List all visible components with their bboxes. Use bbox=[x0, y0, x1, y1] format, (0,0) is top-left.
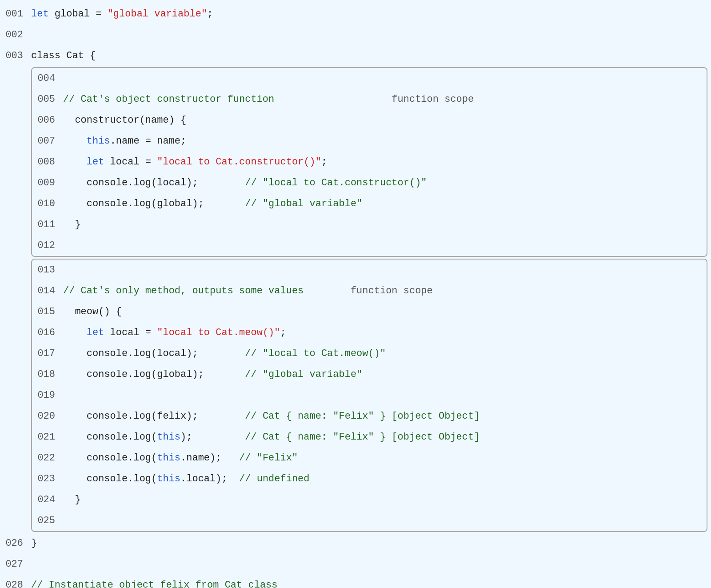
code-line-001: 001 let global = "global variable"; bbox=[0, 4, 711, 24]
plain: local = bbox=[104, 156, 157, 168]
plain: local = bbox=[104, 327, 157, 338]
line-content-024: } bbox=[63, 489, 707, 510]
line-num-006: 006 bbox=[32, 110, 63, 131]
plain: console.log( bbox=[63, 452, 157, 464]
kw-this: this bbox=[157, 473, 180, 484]
plain: .name = name; bbox=[110, 136, 187, 147]
box2-line-018: 018 console.log(global); // "global vari… bbox=[32, 364, 707, 385]
line-num-005: 005 bbox=[32, 89, 63, 110]
box2-line-025: 025 bbox=[32, 510, 707, 531]
code-line-028: 028 // Instantiate object felix from Cat… bbox=[0, 575, 711, 588]
str: "local to Cat.constructor()" bbox=[157, 156, 321, 168]
comment: // Cat { name: "Felix" } [object Object] bbox=[245, 411, 479, 422]
box1-line-004: 004 bbox=[32, 68, 707, 89]
plain: console.log(global); bbox=[63, 369, 245, 380]
line-num-010: 010 bbox=[32, 193, 63, 214]
scope-box-1-numcol bbox=[0, 66, 31, 258]
line-num-028: 028 bbox=[0, 575, 31, 588]
box1-line-007: 007 this.name = name; bbox=[32, 131, 707, 152]
line-content-010: console.log(global); // "global variable… bbox=[63, 193, 707, 214]
plain bbox=[63, 156, 87, 168]
line-content-025 bbox=[63, 510, 707, 531]
comment: // undefined bbox=[239, 473, 309, 484]
box1-line-009: 009 console.log(local); // "local to Cat… bbox=[32, 172, 707, 193]
box2-line-014: 014 // Cat's only method, outputs some v… bbox=[32, 280, 707, 301]
line-content-026: } bbox=[31, 533, 711, 554]
line-content-018: console.log(global); // "global variable… bbox=[63, 364, 707, 385]
line-content-028: // Instantiate object felix from Cat cla… bbox=[31, 575, 711, 588]
code-line-027: 027 bbox=[0, 554, 711, 575]
plain: } bbox=[63, 494, 81, 505]
line-num-013: 013 bbox=[32, 260, 63, 280]
kw-let: let bbox=[31, 8, 49, 20]
comment: // "local to Cat.constructor()" bbox=[245, 177, 427, 188]
line-num-017: 017 bbox=[32, 343, 63, 364]
kw-let: let bbox=[87, 156, 104, 168]
str: "local to Cat.meow()" bbox=[157, 327, 280, 338]
comment: // "global variable" bbox=[245, 369, 362, 380]
line-content-004 bbox=[63, 68, 707, 89]
comment: // "Felix" bbox=[239, 452, 298, 464]
box2-line-021: 021 console.log(this); // Cat { name: "F… bbox=[32, 427, 707, 448]
scope-box-1: 004 005 // Cat's object constructor func… bbox=[31, 67, 707, 257]
box1-line-011: 011 } bbox=[32, 214, 707, 235]
comment: // "local to Cat.meow()" bbox=[245, 348, 386, 359]
scope-box-1-wrapper: 004 005 // Cat's object constructor func… bbox=[0, 66, 711, 258]
line-content-023: console.log(this.local); // undefined bbox=[63, 468, 707, 489]
comment: // Cat { name: "Felix" } [object Object] bbox=[245, 432, 479, 443]
line-content-011: } bbox=[63, 214, 707, 235]
comment: // Cat's object constructor function bbox=[63, 94, 274, 105]
line-content-006: constructor(name) { bbox=[63, 110, 707, 131]
line-num-018: 018 bbox=[32, 364, 63, 385]
line-content-017: console.log(local); // "local to Cat.meo… bbox=[63, 343, 707, 364]
line-content-005: // Cat's object constructor function fun… bbox=[63, 89, 707, 110]
line-content-008: let local = "local to Cat.constructor()"… bbox=[63, 152, 707, 172]
plain: } bbox=[63, 219, 81, 230]
scope-box-2-numcol bbox=[0, 258, 31, 533]
line-num-027: 027 bbox=[0, 554, 31, 575]
line-num-008: 008 bbox=[32, 152, 63, 172]
line-num-003: 003 bbox=[0, 45, 31, 66]
line-num-001: 001 bbox=[0, 4, 31, 24]
comment: // Cat's only method, outputs some value… bbox=[63, 285, 304, 296]
line-content-009: console.log(local); // "local to Cat.con… bbox=[63, 172, 707, 193]
code-line-002: 002 bbox=[0, 24, 711, 45]
box1-line-012: 012 bbox=[32, 235, 707, 256]
line-content-022: console.log(this.name); // "Felix" bbox=[63, 448, 707, 468]
line-num-009: 009 bbox=[32, 172, 63, 193]
box1-line-008: 008 let local = "local to Cat.constructo… bbox=[32, 152, 707, 172]
scope-label: function scope bbox=[304, 285, 432, 296]
box2-line-024: 024 } bbox=[32, 489, 707, 510]
scope-label: function scope bbox=[274, 94, 474, 105]
kw-this: this bbox=[157, 452, 180, 464]
str: "global variable" bbox=[108, 8, 207, 20]
line-content-016: let local = "local to Cat.meow()"; bbox=[63, 322, 707, 343]
line-content-001: let global = "global variable"; bbox=[31, 4, 711, 24]
scope-box-2-wrapper: 013 014 // Cat's only method, outputs so… bbox=[0, 258, 711, 533]
line-num-026: 026 bbox=[0, 533, 31, 554]
plain: ; bbox=[321, 156, 327, 168]
plain: ; bbox=[280, 327, 286, 338]
line-num-023: 023 bbox=[32, 468, 63, 489]
plain: .local); bbox=[180, 473, 239, 484]
kw-this: this bbox=[87, 136, 110, 147]
box1-line-005: 005 // Cat's object constructor function… bbox=[32, 89, 707, 110]
line-content-014: // Cat's only method, outputs some value… bbox=[63, 280, 707, 301]
box1-line-010: 010 console.log(global); // "global vari… bbox=[32, 193, 707, 214]
line-num-004: 004 bbox=[32, 68, 63, 89]
plain: ; bbox=[207, 8, 213, 20]
line-content-027 bbox=[31, 554, 711, 575]
plain: console.log( bbox=[63, 473, 157, 484]
line-num-024: 024 bbox=[32, 489, 63, 510]
plain bbox=[63, 327, 87, 338]
line-num-020: 020 bbox=[32, 406, 63, 427]
kw-this: this bbox=[157, 432, 180, 443]
kw-let: let bbox=[87, 327, 104, 338]
line-content-012 bbox=[63, 235, 707, 256]
code-editor: 001 let global = "global variable"; 002 … bbox=[0, 0, 711, 588]
plain: console.log(felix); bbox=[63, 411, 245, 422]
line-content-013 bbox=[63, 260, 707, 280]
box2-line-022: 022 console.log(this.name); // "Felix" bbox=[32, 448, 707, 468]
plain: console.log(local); bbox=[63, 348, 245, 359]
line-num-025: 025 bbox=[32, 510, 63, 531]
